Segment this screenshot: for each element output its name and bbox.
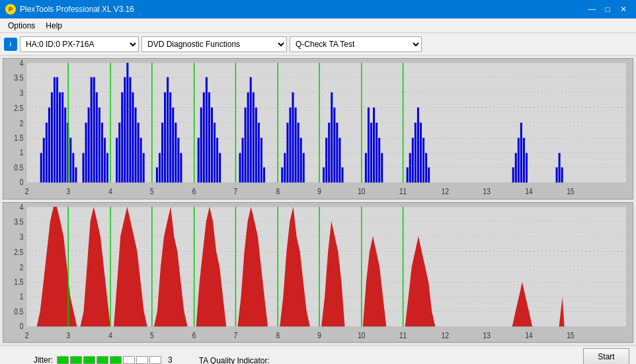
close-button[interactable]: ✕	[616, 3, 631, 16]
device-select[interactable]: HA:0 ID:0 PX-716A	[20, 36, 139, 52]
jitter-bar-4	[97, 356, 108, 364]
window-title: PlexTools Professional XL V3.16	[20, 5, 134, 14]
svg-rect-40	[56, 77, 58, 183]
svg-rect-135	[417, 108, 419, 183]
svg-text:4: 4	[20, 59, 24, 67]
svg-text:4: 4	[108, 188, 112, 196]
svg-text:2: 2	[25, 331, 29, 340]
svg-rect-50	[85, 123, 87, 183]
svg-text:11: 11	[399, 331, 407, 340]
menu-options[interactable]: Options	[3, 20, 40, 32]
svg-rect-99	[255, 108, 257, 183]
svg-rect-98	[253, 92, 255, 183]
svg-rect-91	[219, 153, 221, 183]
svg-rect-137	[422, 138, 424, 183]
svg-rect-107	[289, 108, 291, 183]
jitter-bar-6	[123, 356, 135, 364]
svg-rect-144	[523, 138, 525, 183]
svg-rect-39	[54, 77, 56, 183]
svg-rect-38	[51, 92, 53, 183]
svg-text:3: 3	[20, 89, 24, 97]
svg-rect-109	[295, 108, 297, 183]
svg-rect-46	[72, 153, 74, 183]
svg-rect-69	[140, 138, 142, 183]
svg-rect-102	[263, 167, 265, 182]
jitter-bar-3	[83, 356, 95, 364]
svg-rect-141	[515, 153, 517, 183]
svg-rect-75	[164, 92, 166, 183]
function-select[interactable]: DVD Diagnostic Functions	[141, 36, 287, 52]
svg-text:8: 8	[276, 331, 280, 340]
svg-rect-60	[116, 138, 118, 183]
svg-rect-97	[250, 77, 252, 183]
svg-rect-105	[284, 153, 286, 183]
svg-rect-115	[325, 138, 327, 183]
metrics-section: Jitter: 3 Peak Shift:	[7, 355, 173, 365]
svg-rect-123	[365, 153, 367, 183]
svg-rect-61	[118, 123, 120, 183]
svg-rect-121	[341, 167, 343, 182]
svg-rect-43	[64, 108, 66, 183]
svg-text:13: 13	[483, 188, 491, 196]
svg-text:3: 3	[66, 188, 70, 196]
svg-rect-131	[407, 167, 409, 182]
svg-rect-53	[93, 77, 95, 183]
svg-rect-118	[333, 108, 335, 183]
svg-rect-110	[298, 123, 299, 183]
start-button[interactable]: Start	[583, 348, 629, 365]
jitter-label: Jitter:	[7, 355, 53, 365]
svg-text:7: 7	[234, 331, 238, 340]
window-controls: — □ ✕	[584, 3, 631, 16]
svg-rect-114	[323, 167, 325, 182]
jitter-row: Jitter: 3	[7, 355, 173, 365]
svg-text:9: 9	[317, 331, 321, 340]
svg-rect-126	[373, 108, 375, 183]
svg-rect-86	[206, 77, 208, 183]
svg-rect-148	[561, 167, 563, 182]
svg-rect-34	[40, 153, 42, 183]
svg-rect-146	[556, 167, 558, 182]
svg-text:12: 12	[442, 331, 449, 340]
device-icon: i	[4, 38, 17, 51]
svg-rect-42	[61, 92, 63, 183]
svg-text:9: 9	[317, 188, 321, 196]
svg-rect-65	[129, 77, 131, 183]
svg-text:4: 4	[108, 331, 112, 340]
svg-rect-117	[331, 92, 333, 183]
svg-rect-45	[69, 138, 71, 183]
svg-rect-77	[169, 92, 171, 183]
svg-rect-78	[172, 108, 174, 183]
svg-rect-37	[48, 108, 50, 183]
svg-rect-67	[135, 108, 137, 183]
svg-rect-84	[200, 108, 202, 183]
jitter-value: 3	[168, 355, 173, 365]
svg-rect-111	[300, 138, 302, 183]
svg-text:4: 4	[20, 203, 24, 211]
minimize-button[interactable]: —	[584, 3, 599, 16]
svg-rect-143	[520, 123, 522, 183]
ta-quality-label: TA Quality Indicator:	[199, 356, 270, 365]
svg-rect-100	[258, 123, 260, 183]
svg-text:1: 1	[20, 292, 24, 301]
svg-rect-145	[526, 153, 528, 183]
menu-help[interactable]: Help	[40, 20, 67, 32]
menu-bar: Options Help	[0, 18, 636, 33]
svg-text:2.5: 2.5	[14, 104, 23, 112]
svg-text:7: 7	[234, 188, 238, 196]
top-chart-svg: 4 3.5 3 2.5 2 1.5 1 0.5 0 2 3 4 5 6 7 8 …	[3, 59, 633, 199]
svg-rect-88	[211, 108, 213, 183]
svg-text:2: 2	[20, 262, 24, 271]
svg-rect-133	[412, 138, 414, 183]
svg-rect-138	[425, 153, 427, 183]
svg-rect-80	[177, 138, 179, 183]
test-select[interactable]: Q-Check TA Test	[290, 36, 422, 52]
bottom-chart-panel: 4 3.5 3 2.5 2 1.5 1 0.5 0 2 3 4 5 6 7 8 …	[3, 202, 633, 344]
svg-text:1.5: 1.5	[14, 277, 23, 286]
device-section: i HA:0 ID:0 PX-716A	[4, 36, 139, 52]
svg-rect-147	[559, 153, 561, 183]
svg-text:10: 10	[358, 188, 365, 196]
bottom-panel: Jitter: 3 Peak Shift:	[0, 346, 636, 364]
svg-rect-127	[376, 123, 378, 183]
svg-text:3: 3	[20, 232, 24, 240]
maximize-button[interactable]: □	[600, 3, 615, 16]
